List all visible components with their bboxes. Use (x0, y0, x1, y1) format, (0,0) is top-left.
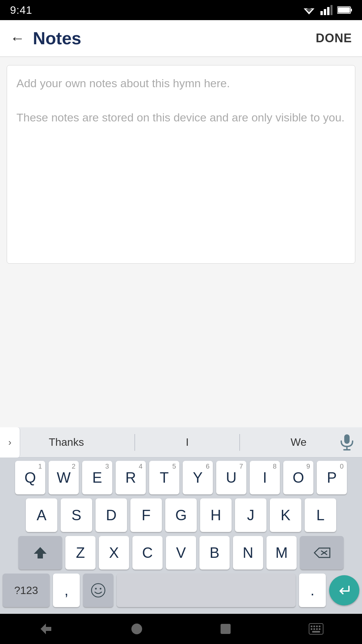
notes-input[interactable] (16, 75, 346, 253)
key-s[interactable]: S (61, 498, 92, 532)
key-e[interactable]: 3 E (82, 461, 112, 494)
svg-point-20 (131, 624, 142, 634)
page-title: Notes (33, 28, 81, 48)
key-row-4: ?123 , . (3, 574, 359, 607)
key-p[interactable]: 0 P (317, 461, 347, 494)
content-area (0, 57, 362, 427)
done-button[interactable]: DONE (316, 31, 352, 45)
key-y[interactable]: 6 Y (183, 461, 213, 494)
key-q[interactable]: 1 Q (15, 461, 45, 494)
nav-recents-button[interactable] (220, 623, 231, 635)
notes-wrapper (7, 65, 355, 264)
keyboard: › Thanks I We 1 Q 2 (0, 427, 362, 614)
key-c[interactable]: C (132, 536, 163, 570)
svg-point-18 (100, 588, 102, 590)
nav-keyboard-icon (309, 623, 323, 635)
key-row-1: 1 Q 2 W 3 E 4 R 5 T 6 Y (3, 461, 359, 494)
svg-rect-8 (351, 9, 352, 11)
mic-button[interactable] (335, 431, 359, 454)
backspace-icon (312, 546, 331, 559)
key-l[interactable]: L (305, 498, 336, 532)
key-b[interactable]: B (199, 536, 230, 570)
key-n[interactable]: N (233, 536, 263, 570)
enter-key[interactable] (329, 575, 359, 605)
emoji-key[interactable] (83, 574, 113, 607)
key-t[interactable]: 5 T (149, 461, 179, 494)
svg-rect-30 (319, 628, 320, 630)
svg-rect-3 (320, 11, 323, 15)
svg-point-16 (92, 584, 105, 597)
space-key[interactable] (117, 574, 296, 607)
suggestion-we[interactable]: We (284, 433, 313, 452)
nav-home-button[interactable] (131, 623, 143, 635)
key-v[interactable]: V (166, 536, 196, 570)
svg-rect-25 (316, 626, 318, 627)
back-button[interactable]: ← (10, 30, 25, 47)
suggestions-words: Thanks I We (20, 433, 335, 452)
suggestions-row: › Thanks I We (0, 427, 362, 458)
chevron-right-icon: › (8, 437, 11, 448)
key-g[interactable]: G (165, 498, 197, 532)
svg-rect-21 (221, 624, 231, 634)
svg-rect-28 (313, 628, 315, 630)
key-rows: 1 Q 2 W 3 E 4 R 5 T 6 Y (0, 458, 362, 614)
svg-rect-23 (311, 626, 312, 627)
suggestion-divider-2 (239, 434, 240, 451)
key-w[interactable]: 2 W (49, 461, 79, 494)
app-bar-left: ← Notes (10, 28, 81, 48)
key-m[interactable]: M (266, 536, 297, 570)
key-i[interactable]: 8 I (250, 461, 280, 494)
suggestions-expand-button[interactable]: › (0, 427, 20, 458)
status-icons (302, 5, 352, 15)
nav-recents-icon (220, 623, 231, 635)
key-j[interactable]: J (235, 498, 266, 532)
svg-rect-24 (313, 626, 315, 627)
key-row-2: A S D F G H J K L (3, 498, 359, 532)
key-r[interactable]: 4 R (116, 461, 146, 494)
status-time: 9:41 (10, 4, 32, 16)
key-f[interactable]: F (130, 498, 162, 532)
status-bar: 9:41 (0, 0, 362, 20)
enter-icon (337, 583, 352, 598)
svg-point-17 (95, 588, 97, 590)
nav-bar (0, 614, 362, 644)
key-x[interactable]: X (99, 536, 129, 570)
shift-key[interactable] (18, 536, 62, 570)
svg-marker-13 (34, 547, 47, 558)
key-u[interactable]: 7 U (216, 461, 246, 494)
svg-rect-31 (312, 631, 320, 633)
nav-keyboard-button[interactable] (309, 623, 323, 635)
signal-icon (320, 5, 333, 15)
key-h[interactable]: H (200, 498, 232, 532)
suggestion-divider-1 (134, 434, 135, 451)
svg-rect-6 (330, 5, 333, 15)
svg-rect-29 (316, 628, 318, 630)
svg-marker-19 (41, 624, 51, 634)
key-d[interactable]: D (96, 498, 127, 532)
emoji-icon (91, 583, 106, 598)
svg-rect-10 (344, 434, 350, 444)
shift-icon (33, 546, 47, 560)
svg-rect-27 (311, 628, 312, 630)
nav-home-icon (131, 623, 143, 635)
wifi-icon (302, 5, 316, 15)
key-row-3: Z X C V B N M (3, 536, 359, 570)
key-o[interactable]: 9 O (283, 461, 313, 494)
nav-back-icon (39, 622, 53, 636)
svg-rect-4 (324, 9, 326, 15)
svg-rect-26 (319, 626, 320, 627)
svg-rect-5 (327, 7, 329, 15)
key-z[interactable]: Z (65, 536, 96, 570)
period-key[interactable]: . (299, 574, 326, 607)
comma-key[interactable]: , (53, 574, 80, 607)
mic-icon (340, 434, 354, 451)
suggestion-thanks[interactable]: Thanks (42, 433, 90, 452)
suggestion-i[interactable]: I (179, 433, 195, 452)
battery-icon (337, 6, 352, 14)
backspace-key[interactable] (300, 536, 344, 570)
key-a[interactable]: A (26, 498, 57, 532)
app-bar: ← Notes DONE (0, 20, 362, 57)
nav-back-button[interactable] (39, 622, 53, 636)
symbols-key[interactable]: ?123 (3, 574, 50, 607)
key-k[interactable]: K (270, 498, 301, 532)
